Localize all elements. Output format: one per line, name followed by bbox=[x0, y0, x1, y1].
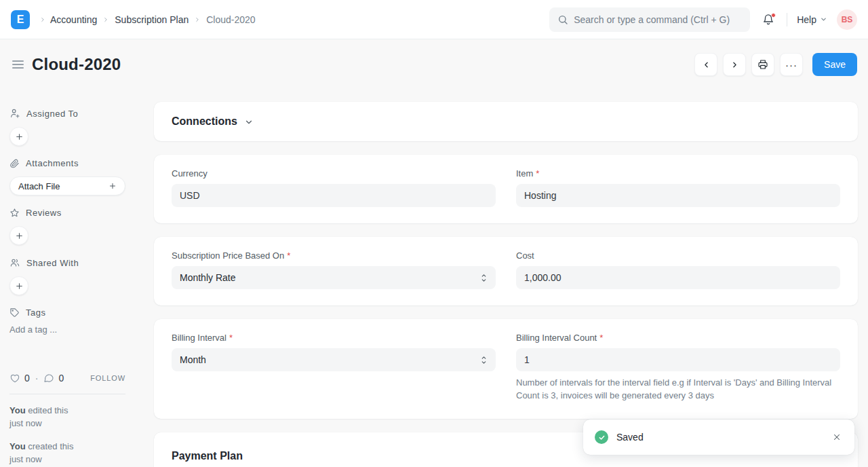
billing-interval-row: Billing Interval * Month Billing Interva… bbox=[154, 319, 858, 419]
add-share-button[interactable] bbox=[9, 276, 28, 295]
currency-label: Currency bbox=[172, 168, 496, 179]
next-record-button[interactable] bbox=[723, 53, 746, 76]
chevron-left-icon bbox=[702, 60, 711, 69]
attachments-label: Attachments bbox=[26, 158, 79, 168]
sidebar-section-attachments: Attachments Attach File bbox=[9, 158, 125, 195]
form-body: Connections Currency Item * bbox=[154, 89, 858, 467]
currency-item-row: Currency Item * bbox=[154, 155, 858, 223]
required-asterisk: * bbox=[599, 333, 603, 343]
sidebar-section-assigned-to: Assigned To bbox=[9, 108, 125, 146]
billing-interval-count-help: Number of intervals for the interval fie… bbox=[516, 377, 840, 403]
global-search[interactable] bbox=[549, 7, 750, 32]
comment-icon[interactable] bbox=[43, 373, 54, 384]
price-based-on-value: Monthly Rate bbox=[180, 272, 235, 283]
close-icon[interactable] bbox=[831, 431, 843, 443]
connections-title: Connections bbox=[172, 115, 237, 128]
print-button[interactable] bbox=[751, 53, 774, 76]
activity-user: You bbox=[9, 405, 26, 415]
required-asterisk: * bbox=[229, 333, 233, 343]
shared-with-label: Shared With bbox=[26, 258, 79, 268]
saved-toast: Saved bbox=[583, 419, 854, 455]
page-header: Cloud-2020 ··· Save bbox=[0, 39, 868, 89]
billing-interval-value: Month bbox=[180, 354, 206, 365]
activity-time: just now bbox=[9, 453, 125, 466]
breadcrumb-current: Cloud-2020 bbox=[205, 14, 256, 25]
cost-input[interactable] bbox=[516, 266, 840, 289]
breadcrumb-accounting[interactable]: Accounting bbox=[49, 14, 98, 25]
add-review-button[interactable] bbox=[9, 226, 28, 245]
chevron-right-icon bbox=[39, 16, 46, 23]
connections-section[interactable]: Connections bbox=[154, 102, 858, 141]
plus-icon bbox=[108, 182, 117, 190]
activity-time: just now bbox=[9, 417, 125, 430]
add-assignment-button[interactable] bbox=[9, 127, 28, 146]
heart-icon[interactable] bbox=[9, 373, 20, 384]
billing-interval-count-input[interactable] bbox=[516, 348, 840, 371]
activity-entry: You created this just now bbox=[9, 441, 125, 466]
breadcrumb-subscription-plan[interactable]: Subscription Plan bbox=[113, 14, 190, 25]
reviews-label: Reviews bbox=[26, 208, 62, 218]
plus-icon bbox=[15, 231, 24, 240]
paperclip-icon bbox=[9, 158, 20, 168]
attach-file-button[interactable]: Attach File bbox=[9, 176, 125, 195]
check-circle-icon bbox=[595, 430, 608, 444]
assign-user-icon bbox=[9, 108, 20, 119]
help-menu[interactable]: Help bbox=[797, 14, 827, 25]
billing-interval-count-field-group: Billing Interval Count * Number of inter… bbox=[516, 333, 840, 403]
billing-interval-label: Billing Interval * bbox=[172, 333, 496, 343]
select-caret-icon bbox=[480, 274, 488, 282]
page-title: Cloud-2020 bbox=[32, 55, 121, 74]
toast-message: Saved bbox=[616, 432, 823, 443]
assigned-to-label: Assigned To bbox=[26, 109, 78, 119]
chevron-down-icon bbox=[820, 16, 827, 23]
price-based-on-select[interactable]: Monthly Rate bbox=[172, 266, 496, 289]
billing-interval-count-label: Billing Interval Count * bbox=[516, 333, 840, 343]
avatar[interactable]: BS bbox=[837, 10, 857, 30]
payment-plan-title: Payment Plan bbox=[172, 450, 243, 462]
like-count: 0 bbox=[24, 373, 30, 384]
item-label: Item * bbox=[516, 168, 840, 179]
tags-label: Tags bbox=[26, 307, 46, 318]
attach-file-label: Attach File bbox=[18, 181, 60, 191]
currency-field-group: Currency bbox=[172, 168, 496, 207]
sidebar-section-shared-with: Shared With bbox=[9, 257, 125, 295]
more-menu-button[interactable]: ··· bbox=[780, 53, 803, 76]
billing-interval-field-group: Billing Interval * Month bbox=[172, 333, 496, 403]
help-label: Help bbox=[797, 14, 816, 25]
dot-separator: · bbox=[35, 373, 39, 384]
price-cost-row: Subscription Price Based On * Monthly Ra… bbox=[154, 237, 858, 305]
price-based-on-field-group: Subscription Price Based On * Monthly Ra… bbox=[172, 250, 496, 289]
activity-user: You bbox=[9, 441, 26, 451]
chevron-right-icon bbox=[730, 60, 739, 69]
notification-dot bbox=[771, 13, 776, 18]
billing-interval-select[interactable]: Month bbox=[172, 348, 496, 371]
prev-record-button[interactable] bbox=[694, 53, 717, 76]
comment-count: 0 bbox=[58, 373, 64, 384]
required-asterisk: * bbox=[536, 168, 539, 179]
app-logo-icon[interactable]: E bbox=[11, 10, 30, 29]
save-button[interactable]: Save bbox=[812, 53, 857, 76]
sidebar-section-tags: Tags Add a tag ... bbox=[9, 307, 125, 335]
select-caret-icon bbox=[480, 356, 488, 365]
currency-input[interactable] bbox=[172, 184, 496, 207]
chevron-right-icon bbox=[194, 16, 201, 23]
add-tag-input[interactable]: Add a tag ... bbox=[9, 324, 125, 335]
price-based-on-label: Subscription Price Based On * bbox=[172, 250, 496, 261]
item-field-group: Item * bbox=[516, 168, 840, 207]
follow-button[interactable]: FOLLOW bbox=[90, 374, 125, 382]
required-asterisk: * bbox=[287, 250, 290, 261]
navbar-divider bbox=[787, 13, 787, 26]
chevron-down-icon[interactable] bbox=[244, 116, 254, 127]
search-input[interactable] bbox=[574, 14, 742, 25]
notifications-button[interactable] bbox=[760, 11, 777, 29]
item-input[interactable] bbox=[516, 184, 840, 207]
sidebar-divider bbox=[9, 394, 125, 394]
plus-icon bbox=[15, 282, 24, 291]
printer-icon bbox=[757, 59, 768, 70]
cost-label: Cost bbox=[516, 250, 840, 261]
shared-users-icon bbox=[9, 257, 20, 268]
activity-action: edited this bbox=[26, 405, 68, 415]
tag-icon bbox=[9, 307, 20, 318]
menu-icon[interactable] bbox=[11, 58, 25, 71]
cost-field-group: Cost bbox=[516, 250, 840, 289]
